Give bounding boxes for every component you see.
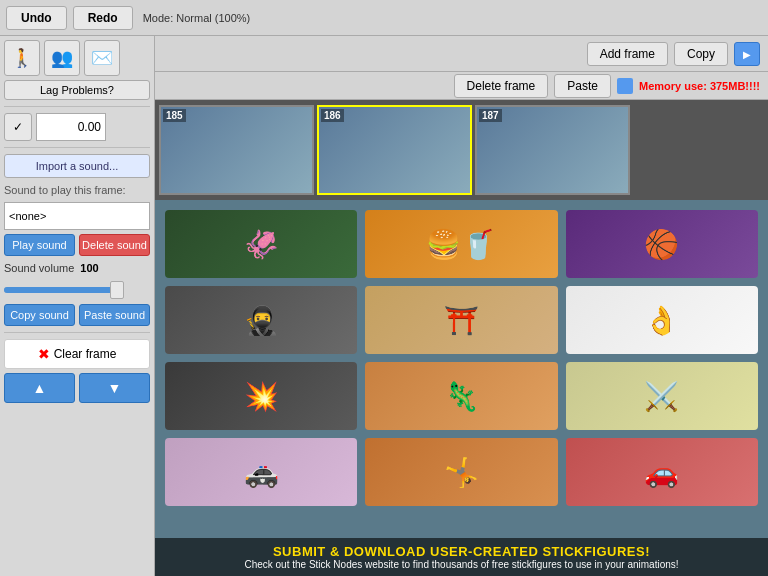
left-panel: 🚶 👥 ✉️ Lag Problems? ✓ Import a sound...… <box>0 36 155 576</box>
undo-button[interactable]: Undo <box>6 6 67 30</box>
play-delete-row: Play sound Delete sound <box>4 234 150 256</box>
divider-1 <box>4 106 150 107</box>
copy-paste-row: Copy sound Paste sound <box>4 304 150 326</box>
copy-button[interactable]: Copy <box>674 42 728 66</box>
frame-thumb-2[interactable]: 186 <box>317 105 472 195</box>
frames-strip: 185 186 187 <box>155 100 768 200</box>
sticker-card-11[interactable]: 🤸 <box>365 438 557 506</box>
banner-subtitle: Check out the Stick Nodes website to fin… <box>165 559 758 570</box>
slider-thumb[interactable] <box>110 281 124 299</box>
canvas-area: 🦑 🍔🥤 🏀 🥷 ⛩️ 👌 💥 <box>155 200 768 576</box>
delete-sound-button[interactable]: Delete sound <box>79 234 150 256</box>
check-button[interactable]: ✓ <box>4 113 32 141</box>
volume-value: 100 <box>80 262 98 274</box>
sticker-card-5[interactable]: ⛩️ <box>365 286 557 354</box>
memory-text: Memory use: 375MB!!!! <box>639 80 760 92</box>
slider-track <box>4 287 122 293</box>
add-frame-button[interactable]: Add frame <box>587 42 668 66</box>
icon-row: 🚶 👥 ✉️ <box>4 40 150 76</box>
sticker-card-4[interactable]: 🥷 <box>165 286 357 354</box>
right-toolbar: Add frame Copy ▶ <box>155 36 768 72</box>
sticker-9: ⚔️ <box>566 362 758 430</box>
sticker-card-6[interactable]: 👌 <box>566 286 758 354</box>
volume-row: Sound volume 100 <box>4 262 150 274</box>
sticker-card-9[interactable]: ⚔️ <box>566 362 758 430</box>
people-icon[interactable]: 👥 <box>44 40 80 76</box>
sticker-6: 👌 <box>566 286 758 354</box>
sticker-card-8[interactable]: 🦎 <box>365 362 557 430</box>
volume-slider[interactable] <box>4 280 150 300</box>
sticker-card-10[interactable]: 🚓 <box>165 438 357 506</box>
sticker-12: 🚗 <box>566 438 758 506</box>
sticker-11: 🤸 <box>365 438 557 506</box>
frame-thumb-1[interactable]: 185 <box>159 105 314 195</box>
person-icon[interactable]: 🚶 <box>4 40 40 76</box>
next-frame-button[interactable]: ▼ <box>79 373 150 403</box>
import-sound-button[interactable]: Import a sound... <box>4 154 150 178</box>
bottom-banner[interactable]: SUBMIT & DOWNLOAD USER-CREATED STICKFIGU… <box>155 538 768 576</box>
sticker-5: ⛩️ <box>365 286 557 354</box>
sticker-3: 🏀 <box>566 210 758 278</box>
blue-square-icon <box>617 78 633 94</box>
angle-input[interactable] <box>36 113 106 141</box>
sticker-10: 🚓 <box>165 438 357 506</box>
play-button[interactable]: ▶ <box>734 42 760 66</box>
center-right: Add frame Copy ▶ Delete frame Paste Memo… <box>155 36 768 576</box>
sound-section-label: Sound to play this frame: <box>4 184 150 196</box>
mode-label: Mode: Normal (100%) <box>143 12 251 24</box>
sticker-card-1[interactable]: 🦑 <box>165 210 357 278</box>
copy-sound-button[interactable]: Copy sound <box>4 304 75 326</box>
redo-button[interactable]: Redo <box>73 6 133 30</box>
frame-num-2: 186 <box>321 109 344 122</box>
sticker-card-2[interactable]: 🍔🥤 <box>365 210 557 278</box>
clear-frame-button[interactable]: ✖ Clear frame <box>4 339 150 369</box>
prev-frame-button[interactable]: ▲ <box>4 373 75 403</box>
nav-btn-row: ▲ ▼ <box>4 373 150 403</box>
envelope-icon[interactable]: ✉️ <box>84 40 120 76</box>
frame-thumb-3[interactable]: 187 <box>475 105 630 195</box>
sticker-card-12[interactable]: 🚗 <box>566 438 758 506</box>
sound-value-input[interactable] <box>4 202 150 230</box>
paste-sound-button[interactable]: Paste sound <box>79 304 150 326</box>
divider-2 <box>4 147 150 148</box>
lag-problems-button[interactable]: Lag Problems? <box>4 80 150 100</box>
sticker-1: 🦑 <box>165 210 357 278</box>
delete-frame-button[interactable]: Delete frame <box>454 74 549 98</box>
right-toolbar-row2: Delete frame Paste Memory use: 375MB!!!! <box>155 72 768 100</box>
clear-frame-label: Clear frame <box>54 347 117 361</box>
sticker-8: 🦎 <box>365 362 557 430</box>
play-icon: ▶ <box>743 49 751 60</box>
frame-num-3: 187 <box>479 109 502 122</box>
sticker-7: 💥 <box>165 362 357 430</box>
sticker-card-3[interactable]: 🏀 <box>566 210 758 278</box>
frame-num-1: 185 <box>163 109 186 122</box>
angle-row: ✓ <box>4 113 150 141</box>
banner-title: SUBMIT & DOWNLOAD USER-CREATED STICKFIGU… <box>165 544 758 559</box>
volume-label: Sound volume <box>4 262 74 274</box>
sticker-card-7[interactable]: 💥 <box>165 362 357 430</box>
slider-fill <box>4 287 122 293</box>
divider-3 <box>4 332 150 333</box>
top-bar: Undo Redo Mode: Normal (100%) <box>0 0 768 36</box>
x-icon: ✖ <box>38 346 50 362</box>
sticker-2: 🍔🥤 <box>365 210 557 278</box>
main-area: 🚶 👥 ✉️ Lag Problems? ✓ Import a sound...… <box>0 36 768 576</box>
sticker-4: 🥷 <box>165 286 357 354</box>
sticker-grid: 🦑 🍔🥤 🏀 🥷 ⛩️ 👌 💥 <box>165 210 758 506</box>
paste-button[interactable]: Paste <box>554 74 611 98</box>
play-sound-button[interactable]: Play sound <box>4 234 75 256</box>
